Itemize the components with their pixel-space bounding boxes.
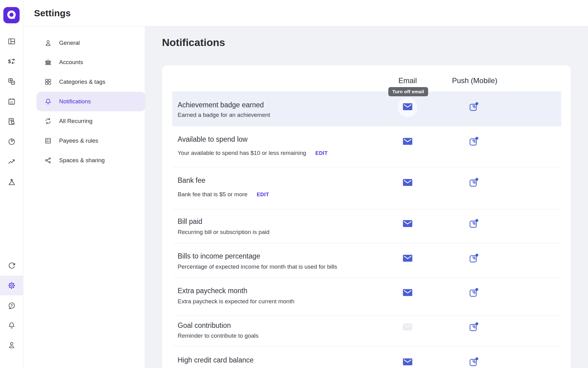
notification-subtitle-text: Recurring bill or subscription is paid	[178, 229, 270, 235]
rail-item-reports[interactable]	[0, 112, 23, 131]
window-title: Settings	[34, 8, 71, 18]
rail-item-goals[interactable]	[0, 172, 23, 192]
push-toggle[interactable]	[469, 219, 479, 230]
nav-item-label: Spaces & sharing	[59, 157, 105, 164]
rail-item-spending-plan[interactable]	[0, 132, 23, 151]
notification-subtitle-text: Percentage of expected income for month …	[178, 263, 337, 270]
push-toggle[interactable]	[469, 357, 479, 368]
email-on-icon	[403, 358, 413, 367]
row-divider	[172, 315, 561, 316]
edit-button[interactable]: EDIT	[257, 191, 269, 199]
top-bar: Settings	[23, 0, 588, 26]
rail-item-calendar[interactable]	[0, 92, 23, 111]
settings-nav-item-all-recurring[interactable]: All Recurring	[23, 111, 145, 131]
settings-nav-item-notifications[interactable]: Notifications	[23, 92, 145, 111]
rail-item-profile[interactable]	[0, 335, 23, 355]
nav-item-label: Notifications	[59, 98, 91, 105]
person-icon	[8, 341, 16, 349]
main-content: Notifications Email Push (Mobile) Turn o…	[145, 26, 588, 368]
rail-item-trends[interactable]	[0, 152, 23, 171]
push-toggle[interactable]	[469, 288, 479, 299]
push-on-icon	[469, 253, 479, 265]
email-on-icon	[403, 220, 413, 228]
column-header-push: Push (Mobile)	[452, 76, 497, 85]
settings-nav-item-general[interactable]: General	[23, 33, 145, 53]
push-on-icon	[469, 136, 479, 148]
reports-icon	[8, 117, 16, 125]
settings-nav-item-payees-rules[interactable]: Payees & rules	[23, 131, 145, 151]
transactions-icon: $	[8, 57, 16, 65]
rail-item-help[interactable]: ?	[0, 296, 23, 316]
push-toggle[interactable]	[469, 136, 479, 148]
email-on-icon	[403, 179, 413, 187]
email-toggle[interactable]	[403, 138, 413, 146]
settings-nav: GeneralAccountsCategories & tagsNotifica…	[23, 26, 145, 368]
recurring-icon	[44, 117, 52, 125]
notification-subtitle-text: Your available to spend has $10 or less …	[178, 150, 306, 156]
help-icon: ?	[8, 302, 16, 310]
email-toggle[interactable]	[403, 289, 413, 297]
push-toggle[interactable]	[469, 253, 479, 265]
email-toggle[interactable]	[403, 103, 413, 112]
notification-subtitle-text: Extra paycheck is expected for current m…	[178, 298, 294, 305]
notification-subtitle-text: Earned a badge for an achievement	[178, 112, 270, 118]
push-toggle[interactable]	[469, 178, 479, 189]
nav-item-label: Categories & tags	[59, 79, 105, 85]
notification-title: High credit card balance	[178, 355, 254, 365]
edit-button[interactable]: EDIT	[315, 149, 328, 157]
notification-title: Bill paid	[178, 217, 202, 226]
rail-item-settings[interactable]	[0, 276, 23, 295]
goals-icon	[8, 178, 16, 186]
refresh-icon	[8, 262, 16, 270]
settings-nav-item-accounts[interactable]: Accounts	[23, 52, 145, 72]
email-toggle[interactable]	[403, 255, 413, 263]
settings-nav-item-categories-tags[interactable]: Categories & tags	[23, 72, 145, 92]
trends-icon	[8, 158, 16, 166]
notification-subtitle: Percentage of expected income for month …	[178, 263, 337, 271]
push-on-icon	[469, 219, 479, 230]
column-header-email: Email	[398, 76, 417, 85]
pie-icon	[8, 138, 16, 146]
rail-item-dashboard[interactable]	[0, 32, 23, 51]
dashboard-icon	[8, 37, 16, 45]
row-divider	[172, 243, 561, 243]
notification-title: Goal contribution	[178, 321, 231, 330]
email-off-icon	[403, 324, 413, 332]
row-divider	[172, 346, 561, 346]
settings-nav-item-spaces-sharing[interactable]: Spaces & sharing	[23, 151, 145, 170]
push-on-icon	[469, 178, 479, 189]
row-divider	[172, 278, 561, 278]
email-toggle[interactable]	[403, 324, 413, 332]
rail-item-alerts[interactable]	[0, 316, 23, 335]
notification-subtitle: Earned a badge for an achievement	[178, 111, 270, 119]
nav-item-label: All Recurring	[59, 118, 92, 125]
bell-icon	[44, 98, 52, 105]
notification-title: Extra paycheck month	[178, 286, 247, 295]
notification-subtitle-text: Bank fee that is $5 or more	[178, 191, 247, 197]
push-toggle[interactable]	[469, 322, 479, 333]
svg-text:$: $	[8, 59, 11, 64]
email-toggle[interactable]	[403, 358, 413, 367]
gear-icon	[8, 282, 16, 289]
push-toggle[interactable]	[469, 102, 479, 113]
rail-item-splits[interactable]	[0, 72, 23, 91]
simplifi-logo[interactable]	[3, 7, 20, 23]
rail-item-transactions[interactable]: $	[0, 52, 23, 71]
push-on-icon	[469, 322, 479, 333]
page-title: Notifications	[162, 36, 225, 48]
notification-subtitle: Extra paycheck is expected for current m…	[178, 297, 294, 305]
person-icon	[44, 39, 52, 47]
rail-item-refresh[interactable]	[0, 256, 23, 276]
email-toggle[interactable]	[403, 179, 413, 187]
email-toggle[interactable]	[403, 220, 413, 228]
push-on-icon	[469, 357, 479, 368]
notification-subtitle: Your available to spend has $10 or less …	[178, 149, 328, 157]
push-on-icon	[469, 102, 479, 113]
nav-item-label: General	[59, 40, 80, 46]
email-on-icon	[403, 103, 413, 112]
notification-title: Bank fee	[178, 176, 205, 185]
notification-subtitle: Recurring bill or subscription is paid	[178, 228, 270, 236]
notification-title: Bills to income percentage	[178, 251, 260, 261]
notification-subtitle-text: Reminder to contribute to goals	[178, 332, 258, 339]
email-on-icon	[403, 138, 413, 146]
